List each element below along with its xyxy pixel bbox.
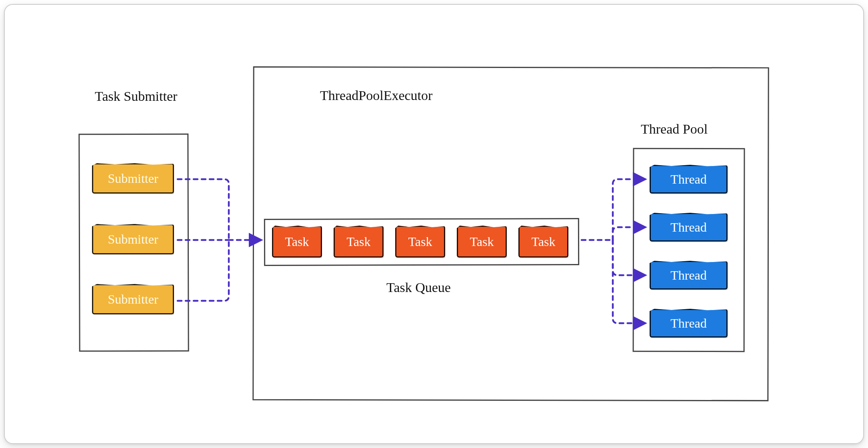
submitter-label: Submitter xyxy=(108,292,158,307)
task-label: Task xyxy=(285,234,309,249)
task-submitter-title: Task Submitter xyxy=(95,89,177,104)
thread-item: Thread xyxy=(650,261,728,290)
task-item: Task xyxy=(334,226,384,258)
thread-item: Thread xyxy=(650,213,728,242)
task-label: Task xyxy=(532,234,556,249)
task-item: Task xyxy=(272,226,322,258)
task-label: Task xyxy=(408,234,432,249)
submitter-label: Submitter xyxy=(108,171,158,186)
task-queue-title: Task Queue xyxy=(386,280,451,295)
submitter-item: Submitter xyxy=(92,224,174,254)
thread-label: Thread xyxy=(670,172,707,187)
task-item: Task xyxy=(395,226,445,258)
submitter-item: Submitter xyxy=(92,163,174,194)
task-label: Task xyxy=(470,234,494,249)
submitter-item: Submitter xyxy=(92,284,174,314)
task-item: Task xyxy=(518,226,568,258)
thread-label: Thread xyxy=(670,316,707,331)
diagram-frame: Task Submitter Submitter Submitter Submi… xyxy=(4,4,864,444)
task-label: Task xyxy=(347,234,371,249)
thread-label: Thread xyxy=(670,268,707,283)
thread-pool-title: Thread Pool xyxy=(641,122,708,137)
task-item: Task xyxy=(457,226,507,258)
thread-item: Thread xyxy=(650,165,728,194)
submitter-label: Submitter xyxy=(108,232,158,247)
thread-item: Thread xyxy=(650,309,728,338)
thread-label: Thread xyxy=(670,220,707,235)
